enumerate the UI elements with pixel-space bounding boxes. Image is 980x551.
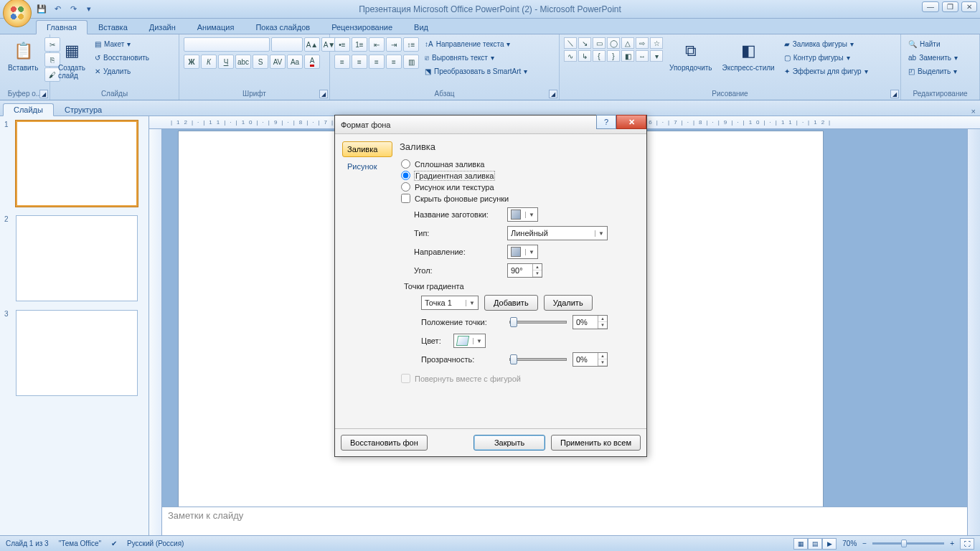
arrange-button[interactable]: ⧉ Упорядочить	[666, 37, 716, 74]
shape-brace-icon[interactable]: {	[593, 50, 606, 62]
color-combo[interactable]: ▼	[453, 334, 486, 348]
indent-inc-icon[interactable]: ⇥	[386, 37, 402, 52]
close-dialog-button[interactable]: Закрыть	[473, 435, 545, 451]
shape-brace2-icon[interactable]: }	[607, 50, 620, 62]
bullets-icon[interactable]: •≡	[334, 37, 350, 52]
status-theme[interactable]: "Тема Office"	[59, 540, 101, 547]
font-dialog-launcher[interactable]: ◢	[319, 90, 328, 98]
align-left-icon[interactable]: ≡	[334, 55, 350, 69]
change-case-icon[interactable]: Aa	[287, 55, 303, 69]
label-picture-fill[interactable]: Рисунок или текстура	[415, 183, 494, 192]
radio-solid-fill[interactable]	[401, 159, 410, 169]
indent-dec-icon[interactable]: ⇤	[369, 37, 385, 52]
direction-combo[interactable]: ▼	[507, 245, 538, 259]
convert-smartart-button[interactable]: ⬔Преобразовать в SmartArt▾	[422, 65, 530, 77]
bold-icon[interactable]: Ж	[184, 55, 199, 69]
delete-button[interactable]: ✕Удалить	[92, 65, 152, 77]
shadow-icon[interactable]: S	[253, 55, 268, 69]
reset-button[interactable]: ↺Восстановить	[92, 51, 152, 64]
tab-review[interactable]: Рецензирование	[321, 20, 403, 34]
columns-icon[interactable]: ▥	[403, 55, 419, 69]
spin-up-icon[interactable]: ▲	[598, 353, 607, 359]
maximize-button[interactable]: ❐	[942, 1, 958, 12]
tab-animation[interactable]: Анимация	[187, 20, 245, 34]
zoom-in-icon[interactable]: +	[950, 540, 954, 547]
tab-design[interactable]: Дизайн	[138, 20, 187, 34]
tab-view[interactable]: Вид	[403, 20, 439, 34]
view-slideshow-icon[interactable]: ▶	[822, 538, 837, 550]
shapes-gallery[interactable]: ＼ ↘ ▭ ◯ △ ⇨ ☆ ∿ ↳ { } ◧ ↔ ▾	[564, 37, 663, 62]
label-solid-fill[interactable]: Сплошная заливка	[415, 160, 484, 169]
font-size-combo[interactable]	[271, 37, 303, 52]
view-normal-icon[interactable]: ▦	[793, 538, 808, 550]
paragraph-dialog-launcher[interactable]: ◢	[549, 90, 557, 98]
slide-thumbnail-2[interactable]	[16, 215, 138, 301]
shape-connector-icon[interactable]: ↳	[578, 50, 591, 62]
stop-position-input[interactable]: 0%▲▼	[573, 315, 608, 329]
tab-home[interactable]: Главная	[36, 20, 88, 34]
new-slide-button[interactable]: ▦ Создать слайд	[55, 37, 89, 82]
strike-icon[interactable]: abc	[235, 55, 251, 69]
shape-outline-button[interactable]: ▢Контур фигуры▾	[781, 51, 871, 64]
transparency-slider[interactable]	[509, 358, 567, 361]
line-spacing-icon[interactable]: ↕≡	[403, 37, 419, 52]
dialog-nav-picture[interactable]: Рисунок	[342, 159, 392, 174]
label-gradient-fill[interactable]: Градиентная заливка	[415, 171, 494, 180]
shape-star-icon[interactable]: ☆	[650, 37, 663, 49]
quick-styles-button[interactable]: ◧ Экспресс-стили	[719, 37, 778, 74]
shape-arrow-icon[interactable]: ↘	[578, 37, 591, 49]
shape-curve-icon[interactable]: ∿	[564, 50, 577, 62]
shape-effects-button[interactable]: ✦Эффекты для фигур▾	[781, 65, 871, 77]
paste-button[interactable]: 📋 Вставить	[4, 37, 42, 74]
zoom-level[interactable]: 70%	[842, 540, 857, 547]
redo-icon[interactable]: ↷	[66, 2, 80, 17]
spin-down-icon[interactable]: ▼	[533, 270, 542, 277]
tab-insert[interactable]: Вставка	[88, 20, 138, 34]
shape-double-arrow-icon[interactable]: ↔	[636, 50, 649, 62]
fit-window-icon[interactable]: ⛶	[960, 538, 974, 550]
replace-button[interactable]: abЗаменить▾	[905, 51, 961, 64]
transparency-input[interactable]: 0%▲▼	[573, 352, 608, 367]
align-right-icon[interactable]: ≡	[369, 55, 385, 69]
status-spellcheck-icon[interactable]: ✔	[111, 540, 117, 547]
shape-line-icon[interactable]: ＼	[564, 37, 577, 49]
add-stop-button[interactable]: Добавить	[484, 295, 538, 311]
char-spacing-icon[interactable]: AV	[270, 55, 286, 69]
dialog-titlebar[interactable]: Формат фона ? ✕	[335, 116, 646, 134]
reset-background-button[interactable]: Восстановить фон	[341, 435, 428, 451]
drawing-dialog-launcher[interactable]: ◢	[890, 90, 899, 98]
find-button[interactable]: 🔍Найти	[905, 37, 961, 50]
undo-icon[interactable]: ↶	[50, 2, 65, 17]
align-text-button[interactable]: ⎚Выровнять текст▾	[422, 51, 530, 64]
preset-combo[interactable]: ▼	[507, 207, 538, 222]
justify-icon[interactable]: ≡	[386, 55, 402, 69]
radio-picture-fill[interactable]	[401, 182, 410, 192]
type-combo[interactable]: Линейный▼	[507, 226, 608, 240]
shape-callout-icon[interactable]: ◧	[621, 50, 634, 62]
shape-triangle-icon[interactable]: △	[621, 37, 634, 49]
spin-down-icon[interactable]: ▼	[598, 322, 607, 329]
qat-customize-icon[interactable]: ▾	[82, 2, 96, 17]
shape-oval-icon[interactable]: ◯	[607, 37, 620, 49]
minimize-button[interactable]: —	[922, 1, 939, 12]
spin-down-icon[interactable]: ▼	[598, 359, 607, 366]
tab-slideshow[interactable]: Показ слайдов	[245, 20, 321, 34]
layout-button[interactable]: ▤Макет▾	[92, 37, 152, 50]
align-center-icon[interactable]: ≡	[352, 55, 367, 69]
slide-thumbnail-1[interactable]	[16, 121, 138, 207]
remove-stop-button[interactable]: Удалить	[544, 295, 593, 311]
shape-fill-button[interactable]: ▰Заливка фигуры▾	[781, 37, 871, 50]
font-family-combo[interactable]	[184, 37, 270, 52]
angle-input[interactable]: 90°▲▼	[507, 263, 542, 278]
dialog-close-button[interactable]: ✕	[616, 115, 646, 129]
zoom-out-icon[interactable]: −	[862, 540, 867, 547]
status-language[interactable]: Русский (Россия)	[127, 540, 184, 547]
shape-rect-icon[interactable]: ▭	[593, 37, 606, 49]
notes-pane[interactable]: Заметки к слайду	[162, 507, 980, 535]
zoom-slider[interactable]	[872, 542, 944, 545]
close-button[interactable]: ✕	[961, 1, 977, 12]
checkbox-hide-bg[interactable]	[401, 194, 410, 203]
apply-all-button[interactable]: Применить ко всем	[551, 435, 641, 451]
grow-font-icon[interactable]: A▲	[304, 37, 320, 52]
slide-thumbnail-3[interactable]	[16, 310, 138, 396]
